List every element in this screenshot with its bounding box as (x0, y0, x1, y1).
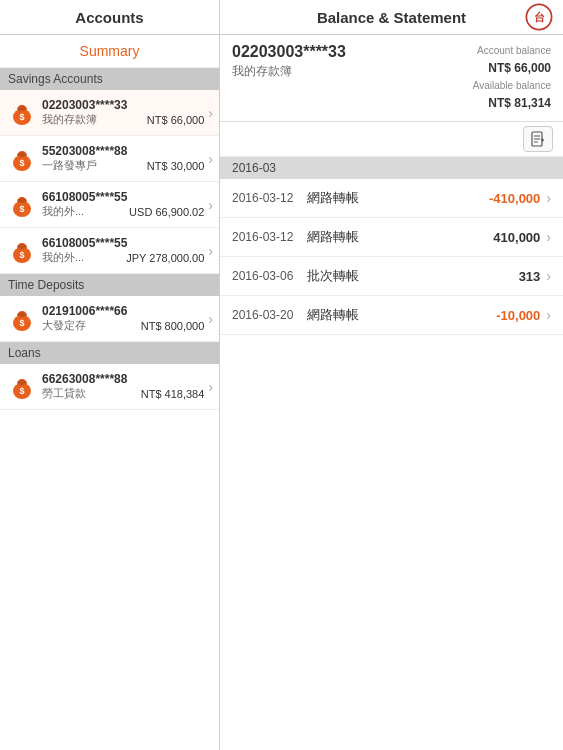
txn-desc-1: 網路轉帳 (307, 228, 493, 246)
account-name-balance-acct-1: 我的存款簿 NT$ 66,000 (42, 112, 204, 127)
account-header: 02203003****33 我的存款簿 Account balance NT$… (220, 35, 563, 122)
selected-account-nickname: 我的存款簿 (232, 63, 346, 80)
account-balance-value: NT$ 66,000 (473, 59, 551, 78)
account-info-acct-1: 02203003****33 我的存款簿 NT$ 66,000 (42, 98, 204, 127)
svg-text:$: $ (19, 112, 24, 122)
account-header-left: 02203003****33 我的存款簿 (232, 43, 346, 80)
txn-chevron-icon-0: › (546, 190, 551, 206)
chevron-icon-acct-4: › (208, 243, 213, 259)
account-info-acct-4: 66108005****55 我的外... JPY 278,000.00 (42, 236, 204, 265)
top-header: Accounts Balance & Statement 台 (0, 0, 563, 35)
account-info-acct-6: 66263008****88 勞工貸款 NT$ 418,384 (42, 372, 204, 401)
account-name-balance-acct-2: 一路發專戶 NT$ 30,000 (42, 158, 204, 173)
account-balance-acct-5: NT$ 800,000 (141, 320, 205, 332)
txn-date-2: 2016-03-06 (232, 269, 307, 283)
svg-text:$: $ (19, 386, 24, 396)
account-info-acct-3: 66108005****55 我的外... USD 66,900.02 (42, 190, 204, 219)
account-name-balance-acct-6: 勞工貸款 NT$ 418,384 (42, 386, 204, 401)
account-balance-acct-2: NT$ 30,000 (147, 160, 204, 172)
account-balance-label: Account balance (473, 43, 551, 59)
account-balance-acct-6: NT$ 418,384 (141, 388, 205, 400)
svg-text:$: $ (19, 250, 24, 260)
transaction-row-2[interactable]: 2016-03-06 批次轉帳 313 › (220, 257, 563, 296)
chevron-icon-acct-3: › (208, 197, 213, 213)
available-balance-label: Available balance (473, 78, 551, 94)
txn-desc-0: 網路轉帳 (307, 189, 489, 207)
transaction-row-1[interactable]: 2016-03-12 網路轉帳 410,000 › (220, 218, 563, 257)
transaction-rows: 2016-03-12 網路轉帳 -410,000 › 2016-03-12 網路… (220, 179, 563, 335)
statement-icon[interactable] (523, 126, 553, 152)
account-name-balance-acct-5: 大發定存 NT$ 800,000 (42, 318, 204, 333)
txn-date-0: 2016-03-12 (232, 191, 307, 205)
transactions-list: 2016-03 2016-03-12 網路轉帳 -410,000 › 2016-… (220, 157, 563, 750)
chevron-icon-acct-5: › (208, 311, 213, 327)
txn-amount-3: -10,000 (496, 308, 540, 323)
account-nickname-acct-5: 大發定存 (42, 318, 86, 333)
account-item-acct-4[interactable]: $ 66108005****55 我的外... JPY 278,000.00 › (0, 228, 219, 274)
txn-amount-2: 313 (519, 269, 541, 284)
account-item-acct-5[interactable]: $ 02191006****66 大發定存 NT$ 800,000 › (0, 296, 219, 342)
money-bag-icon-acct-4: $ (8, 237, 36, 265)
txn-chevron-icon-3: › (546, 307, 551, 323)
account-name-balance-acct-3: 我的外... USD 66,900.02 (42, 204, 204, 219)
bank-logo: 台 (525, 3, 553, 31)
toolbar (220, 122, 563, 157)
account-info-acct-5: 02191006****66 大發定存 NT$ 800,000 (42, 304, 204, 333)
account-number-acct-1: 02203003****33 (42, 98, 204, 112)
money-bag-icon-acct-1: $ (8, 99, 36, 127)
money-bag-icon-acct-2: $ (8, 145, 36, 173)
txn-desc-3: 網路轉帳 (307, 306, 496, 324)
account-nickname-acct-1: 我的存款簿 (42, 112, 97, 127)
txn-chevron-icon-2: › (546, 268, 551, 284)
account-balance-acct-3: USD 66,900.02 (129, 206, 204, 218)
chevron-icon-acct-1: › (208, 105, 213, 121)
available-balance-value: NT$ 81,314 (473, 94, 551, 113)
section-header-time-deposits: Time Deposits (0, 274, 219, 296)
chevron-icon-acct-2: › (208, 151, 213, 167)
chevron-icon-acct-6: › (208, 379, 213, 395)
account-item-acct-6[interactable]: $ 66263008****88 勞工貸款 NT$ 418,384 › (0, 364, 219, 410)
account-number-acct-4: 66108005****55 (42, 236, 204, 250)
account-item-acct-3[interactable]: $ 66108005****55 我的外... USD 66,900.02 › (0, 182, 219, 228)
svg-point-20 (18, 244, 26, 249)
account-header-right: Account balance NT$ 66,000 Available bal… (473, 43, 551, 113)
account-number-acct-3: 66108005****55 (42, 190, 204, 204)
txn-date-1: 2016-03-12 (232, 230, 307, 244)
right-panel: 02203003****33 我的存款簿 Account balance NT$… (220, 35, 563, 750)
summary-label[interactable]: Summary (0, 35, 219, 68)
account-nickname-acct-2: 一路發專戶 (42, 158, 97, 173)
section-header-savings-accounts: Savings Accounts (0, 68, 219, 90)
money-bag-icon-acct-6: $ (8, 373, 36, 401)
account-number-acct-5: 02191006****66 (42, 304, 204, 318)
month-header: 2016-03 (220, 157, 563, 179)
sidebar: Summary Savings Accounts $ 02203003****3… (0, 35, 220, 750)
svg-point-5 (18, 106, 26, 111)
main-content: Summary Savings Accounts $ 02203003****3… (0, 35, 563, 750)
account-balance-acct-4: JPY 278,000.00 (126, 252, 204, 264)
txn-chevron-icon-1: › (546, 229, 551, 245)
balance-title: Balance & Statement (317, 9, 466, 26)
account-item-acct-2[interactable]: $ 55203008****88 一路發專戶 NT$ 30,000 › (0, 136, 219, 182)
money-bag-icon-acct-3: $ (8, 191, 36, 219)
svg-point-10 (18, 152, 26, 157)
account-nickname-acct-3: 我的外... (42, 204, 84, 219)
svg-text:台: 台 (534, 11, 545, 23)
svg-point-25 (18, 312, 26, 317)
selected-account-number: 02203003****33 (232, 43, 346, 61)
account-nickname-acct-6: 勞工貸款 (42, 386, 86, 401)
section-header-loans: Loans (0, 342, 219, 364)
balance-header: Balance & Statement 台 (220, 0, 563, 34)
txn-desc-2: 批次轉帳 (307, 267, 519, 285)
accounts-header: Accounts (0, 0, 220, 34)
account-balance-acct-1: NT$ 66,000 (147, 114, 204, 126)
svg-text:$: $ (19, 204, 24, 214)
transaction-row-3[interactable]: 2016-03-20 網路轉帳 -10,000 › (220, 296, 563, 335)
account-item-acct-1[interactable]: $ 02203003****33 我的存款簿 NT$ 66,000 › (0, 90, 219, 136)
svg-text:$: $ (19, 158, 24, 168)
money-bag-icon-acct-5: $ (8, 305, 36, 333)
txn-amount-1: 410,000 (493, 230, 540, 245)
txn-date-3: 2016-03-20 (232, 308, 307, 322)
svg-text:$: $ (19, 318, 24, 328)
accounts-title: Accounts (75, 9, 143, 26)
transaction-row-0[interactable]: 2016-03-12 網路轉帳 -410,000 › (220, 179, 563, 218)
